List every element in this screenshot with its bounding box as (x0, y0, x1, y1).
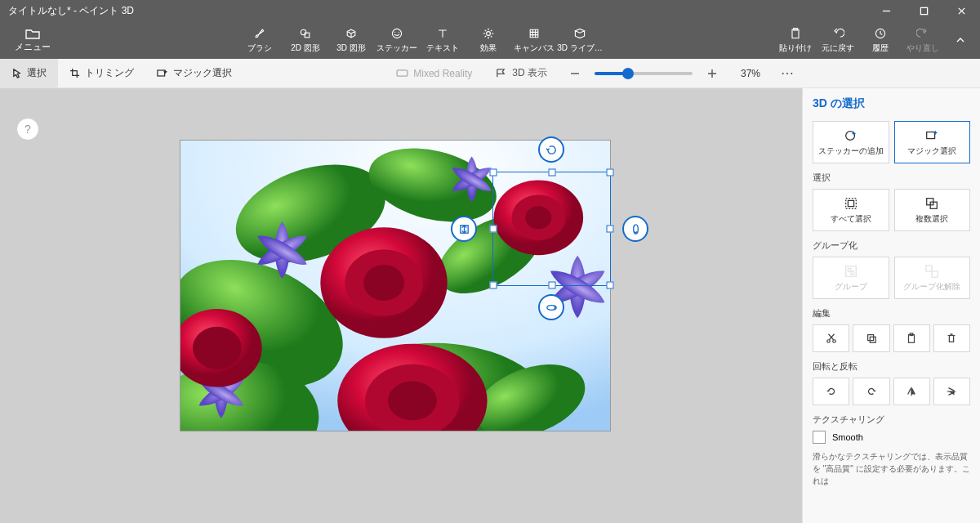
tile-select-all[interactable]: すべて選択 (813, 189, 889, 231)
zoom-out-button[interactable] (564, 62, 586, 85)
history-icon (874, 27, 887, 40)
collapse-panel-button[interactable] (944, 21, 977, 59)
close-button[interactable] (942, 0, 980, 21)
paste-button-panel[interactable] (893, 324, 930, 352)
zoom-in-button[interactable] (701, 62, 724, 85)
label-group: グループ化 (813, 239, 970, 252)
help-button[interactable]: ? (16, 118, 39, 141)
svg-rect-37 (848, 200, 853, 206)
flag-icon (495, 68, 507, 78)
tile-multi-select[interactable]: 複数選択 (894, 189, 971, 231)
rotate-ccw-icon (826, 386, 837, 397)
secondary-toolbar: 選択 トリミング マジック選択 Mixed Reality 3D 表示 37% … (0, 59, 980, 88)
tile-magic-select[interactable]: マジック選択 (894, 121, 971, 163)
tool-3d[interactable]: 3D 図形 (328, 21, 374, 59)
history-button[interactable]: 履歴 (859, 21, 902, 59)
undo-button[interactable]: 元に戻す (817, 21, 859, 59)
minimize-button[interactable] (867, 0, 905, 21)
canvas-icon (528, 27, 541, 40)
label-texture: テクスチャリング (813, 413, 970, 426)
tile-add-sticker[interactable]: ステッカーの追加 (813, 121, 889, 163)
svg-rect-36 (845, 198, 856, 208)
shapes3d-icon (345, 27, 358, 40)
svg-point-1 (301, 29, 305, 34)
svg-point-46 (832, 340, 835, 343)
trash-icon (946, 333, 957, 344)
title-bar: タイトルなし* - ペイント 3D (0, 0, 980, 21)
library-icon (573, 27, 586, 40)
svg-rect-44 (932, 271, 938, 277)
ribbon-right: 貼り付け 元に戻す 履歴 やり直し (774, 21, 977, 59)
svg-rect-7 (792, 29, 799, 38)
paste-icon (789, 27, 802, 40)
rotate-y-handle[interactable] (622, 216, 648, 242)
svg-point-22 (363, 265, 404, 301)
select-tool[interactable]: 選択 (0, 59, 58, 88)
tool-effects[interactable]: 効果 (466, 21, 511, 59)
svg-rect-43 (926, 265, 932, 270)
svg-rect-10 (158, 70, 165, 76)
svg-point-30 (193, 327, 242, 369)
ribbon-tools: ブラシ 2D 図形 3D 図形 ステッカー テキスト 効果 キャンバス 3D ラ… (237, 21, 603, 59)
flip-h-button[interactable] (893, 378, 930, 405)
tool-text[interactable]: テキスト (420, 21, 466, 59)
delete-button[interactable] (933, 324, 970, 352)
rotate-ccw-button[interactable] (813, 378, 849, 405)
flip-v-button[interactable] (933, 378, 970, 405)
paste-icon (906, 333, 917, 344)
mixed-reality-button[interactable]: Mixed Reality (385, 59, 483, 88)
svg-rect-35 (927, 132, 935, 138)
tool-sticker[interactable]: ステッカー (374, 21, 420, 59)
redo-icon (916, 27, 929, 40)
tool-2d[interactable]: 2D 図形 (283, 21, 328, 59)
sticker-icon (390, 27, 403, 40)
select-all-icon (844, 196, 858, 211)
texture-hint: 滑らかなテクスチャリングでは、表示品質を "高品質" に設定する必要があります。… (813, 450, 970, 487)
tile-group: グループ (813, 257, 889, 299)
svg-rect-11 (397, 70, 408, 76)
selection-rect[interactable] (492, 172, 611, 286)
crop-tool[interactable]: トリミング (58, 59, 145, 88)
brush-icon (253, 27, 266, 40)
window-title: タイトルなし* - ペイント 3D (0, 4, 867, 18)
tool-canvas[interactable]: キャンバス (511, 21, 557, 59)
depth-handle[interactable] (451, 216, 477, 242)
undo-icon (831, 27, 844, 40)
menu-button[interactable]: メニュー (0, 21, 65, 59)
more-button[interactable]: ⋯ (774, 65, 802, 81)
svg-point-6 (487, 31, 491, 35)
flip-v-icon (946, 386, 957, 397)
tool-brush[interactable]: ブラシ (237, 21, 283, 59)
magic-select-tool[interactable]: マジック選択 (145, 59, 243, 88)
rotate-z-handle[interactable] (538, 136, 564, 163)
sticker-add-icon (844, 128, 858, 143)
tool-3dlib[interactable]: 3D ライブ… (557, 21, 603, 59)
cursor-icon (11, 68, 22, 78)
redo-button[interactable]: やり直し (902, 21, 944, 59)
maximize-button[interactable] (905, 0, 942, 21)
ungroup-icon (924, 264, 939, 279)
smooth-checkbox[interactable]: Smooth (813, 431, 970, 444)
rotate-x-handle[interactable] (538, 294, 564, 320)
text-icon (436, 27, 449, 40)
cut-icon (826, 333, 837, 344)
magic-select-icon (924, 128, 939, 143)
svg-point-28 (388, 382, 437, 421)
checkbox-box[interactable] (813, 431, 826, 444)
group-icon (844, 264, 858, 279)
label-rotflip: 回転と反転 (813, 360, 970, 373)
svg-rect-47 (868, 335, 874, 341)
paste-button[interactable]: 貼り付け (774, 21, 817, 59)
copy-button[interactable] (853, 324, 889, 352)
canvas-zone[interactable]: ? (0, 88, 802, 523)
label-select: 選択 (813, 172, 970, 184)
svg-rect-48 (870, 337, 875, 342)
zoom-slider[interactable] (595, 72, 693, 75)
magic-icon (157, 68, 168, 78)
label-edit: 編集 (813, 307, 970, 320)
svg-point-4 (394, 31, 395, 32)
cut-button[interactable] (813, 324, 849, 352)
zoom-percent[interactable]: 37% (732, 68, 769, 79)
view3d-button[interactable]: 3D 表示 (483, 59, 559, 88)
rotate-cw-button[interactable] (853, 378, 889, 405)
